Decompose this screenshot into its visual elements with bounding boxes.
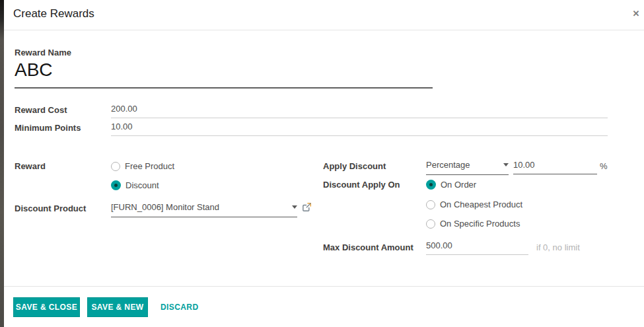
external-link-icon[interactable] xyxy=(302,202,312,215)
discount-type-select[interactable]: Percentage xyxy=(426,160,509,175)
radio-on-specific-label: On Specific Products xyxy=(440,219,520,229)
radio-discount[interactable]: Discount xyxy=(111,180,159,190)
radio-on-cheapest-product[interactable]: On Cheapest Product xyxy=(426,200,522,209)
reward-name-label: Reward Name xyxy=(15,48,71,57)
save-close-button[interactable]: SAVE & CLOSE xyxy=(13,297,80,317)
minimum-points-label: Minimum Points xyxy=(15,123,81,133)
reward-label: Reward xyxy=(15,161,46,171)
max-discount-hint: if 0, no limit xyxy=(536,242,580,252)
radio-unselected-icon[interactable] xyxy=(111,162,120,171)
discount-apply-on-label: Discount Apply On xyxy=(323,180,400,190)
radio-on-order[interactable]: On Order xyxy=(426,180,476,190)
max-discount-amount-input[interactable] xyxy=(426,240,528,255)
radio-selected-icon[interactable] xyxy=(426,180,436,190)
discount-product-select[interactable]: [FURN_0006] Monitor Stand xyxy=(111,202,297,217)
save-new-button[interactable]: SAVE & NEW xyxy=(87,297,148,317)
discount-percentage-input[interactable] xyxy=(513,160,597,174)
radio-on-cheapest-label: On Cheapest Product xyxy=(440,200,522,209)
radio-unselected-icon[interactable] xyxy=(426,200,435,209)
discount-product-label: Discount Product xyxy=(15,203,86,213)
max-discount-amount-label: Max Discount Amount xyxy=(323,242,413,252)
radio-free-product-label: Free Product xyxy=(125,161,174,171)
reward-cost-label: Reward Cost xyxy=(15,105,67,115)
discard-button[interactable]: DISCARD xyxy=(161,303,198,312)
chevron-down-icon[interactable] xyxy=(503,163,509,166)
header-divider xyxy=(4,30,644,30)
create-rewards-dialog: Create Rewards ✕ Reward Name Reward Cost… xyxy=(0,0,644,327)
minimum-points-input[interactable] xyxy=(111,122,608,136)
radio-free-product[interactable]: Free Product xyxy=(111,161,174,171)
radio-unselected-icon[interactable] xyxy=(426,219,435,229)
reward-name-input[interactable] xyxy=(15,59,433,89)
radio-discount-label: Discount xyxy=(125,180,159,190)
background-overlay-bleed xyxy=(0,0,4,327)
close-icon[interactable]: ✕ xyxy=(630,8,642,20)
radio-on-order-label: On Order xyxy=(441,180,476,190)
discount-product-value: [FURN_0006] Monitor Stand xyxy=(111,202,219,212)
radio-on-specific-products[interactable]: On Specific Products xyxy=(426,219,520,229)
reward-cost-input[interactable] xyxy=(111,104,608,118)
footer-divider xyxy=(4,286,644,287)
chevron-down-icon[interactable] xyxy=(292,205,297,209)
radio-selected-icon[interactable] xyxy=(111,180,121,190)
discount-type-value: Percentage xyxy=(426,160,470,170)
dialog-title: Create Rewards xyxy=(13,7,94,20)
percent-sign: % xyxy=(600,161,608,171)
apply-discount-label: Apply Discount xyxy=(323,161,386,171)
